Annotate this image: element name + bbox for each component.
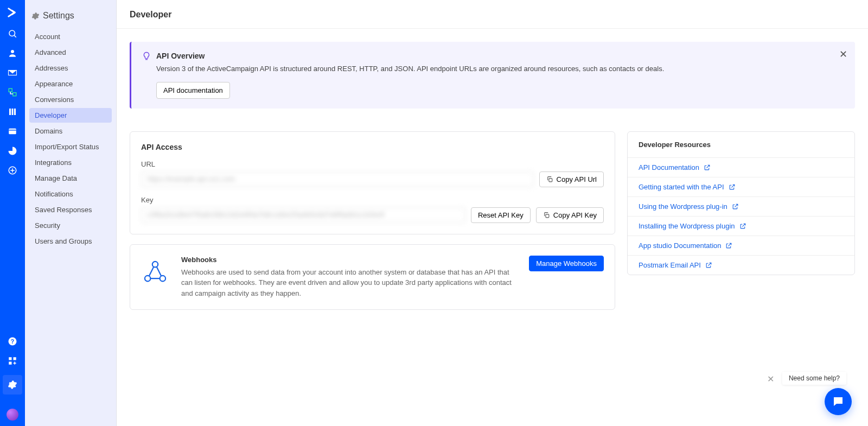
sidebar-item-manage-data[interactable]: Manage Data [29,171,112,186]
search-icon[interactable] [7,28,18,39]
webhooks-icon [141,258,169,286]
sidebar-item-integrations[interactable]: Integrations [29,155,112,170]
svg-rect-18 [548,178,552,181]
help-tooltip-text: Need some help? [789,374,840,382]
manage-webhooks-button[interactable]: Manage Webhooks [529,256,604,271]
reset-api-key-button[interactable]: Reset API Key [471,207,531,223]
settings-title: Settings [43,11,74,21]
webhooks-card: Webhooks Webhooks are used to send data … [130,244,615,310]
resource-link[interactable]: Using the Wordpress plug-in [628,197,854,217]
sidebar-item-addresses[interactable]: Addresses [29,61,112,75]
campaigns-icon[interactable] [7,67,18,78]
developer-resources-card: Developer Resources API Documentation Ge… [627,131,855,275]
user-avatar[interactable] [7,409,18,421]
settings-icon[interactable] [3,375,22,395]
sidebar-item-users-and-groups[interactable]: Users and Groups [29,234,112,249]
api-documentation-button[interactable]: API documentation [156,82,230,99]
webhooks-desc: Webhooks are used to send data from your… [181,267,517,299]
svg-rect-4 [9,88,12,92]
resource-link[interactable]: Installing the Wordpress plugin [628,217,854,236]
sidebar-item-developer[interactable]: Developer [29,108,112,123]
api-overview-banner: ✕ API Overview Version 3 of the ActiveCa… [130,42,855,109]
resource-link[interactable]: API Documentation [628,158,854,177]
sidebar-item-security[interactable]: Security [29,218,112,233]
automations-icon[interactable] [7,87,18,98]
resources-title: Developer Resources [628,132,854,158]
svg-rect-19 [546,214,549,217]
resource-link[interactable]: App studio Documentation [628,236,854,256]
banner-desc: Version 3 of the ActiveCampaign API is s… [156,63,831,74]
key-label: Key [141,196,604,204]
svg-point-2 [11,50,14,53]
svg-point-0 [9,30,15,36]
banner-title-text: API Overview [156,52,205,60]
svg-rect-8 [14,109,16,115]
page-title: Developer [117,0,868,29]
svg-point-22 [160,275,165,281]
reports-icon[interactable] [7,145,18,156]
copy-api-key-button[interactable]: Copy API Key [536,207,604,223]
svg-point-21 [145,275,150,281]
site-icon[interactable] [7,126,18,137]
resource-link[interactable]: Postmark Email API [628,256,854,275]
svg-rect-9 [9,129,16,135]
copy-api-url-button[interactable]: Copy API Url [539,171,604,187]
svg-text:?: ? [11,338,14,345]
settings-sidebar: Settings AccountAdvancedAddressesAppeara… [25,0,117,426]
sidebar-item-notifications[interactable]: Notifications [29,187,112,201]
close-icon[interactable]: ✕ [767,374,774,384]
sidebar-item-conversions[interactable]: Conversions [29,92,112,107]
copy-icon [543,212,550,219]
contacts-icon[interactable] [7,48,18,59]
extensions-icon[interactable] [7,355,18,366]
settings-nav: AccountAdvancedAddressesAppearanceConver… [25,29,116,249]
external-link-icon [732,203,739,210]
external-link-icon [725,242,732,249]
external-link-icon [705,262,712,269]
svg-rect-14 [9,357,11,360]
resource-link[interactable]: Getting started with the API [628,177,854,197]
sidebar-item-account[interactable]: Account [29,29,112,44]
svg-point-20 [152,261,158,266]
sidebar-item-domains[interactable]: Domains [29,124,112,138]
sidebar-item-advanced[interactable]: Advanced [29,45,112,60]
external-link-icon [729,183,736,190]
external-link-icon [704,164,711,171]
settings-header: Settings [25,8,116,29]
sidebar-item-appearance[interactable]: Appearance [29,77,112,91]
help-tooltip: ✕ Need some help? [782,372,846,385]
main: Developer ✕ API Overview Version 3 of th… [117,0,868,426]
svg-rect-16 [9,362,11,365]
svg-rect-5 [13,93,16,96]
deals-icon[interactable] [7,106,18,117]
close-icon[interactable]: ✕ [839,49,847,59]
api-url-field[interactable]: https://example.api-us1.com [141,171,534,187]
chat-fab[interactable] [825,388,852,415]
api-access-title: API Access [141,143,604,151]
sidebar-item-import-export-status[interactable]: Import/Export Status [29,139,112,154]
svg-line-1 [14,35,16,37]
url-label: URL [141,160,604,168]
copy-icon [546,176,553,183]
svg-rect-7 [12,109,14,115]
lightbulb-icon [142,52,151,60]
api-key-field[interactable]: c3f8a2b1d9e47f0a6c58b13d2e9f4a7b8c1d0e2f… [141,207,465,223]
api-access-card: API Access URL https://example.api-us1.c… [130,131,615,234]
help-icon[interactable]: ? [7,336,18,347]
external-link-icon [739,222,746,230]
sidebar-item-saved-responses[interactable]: Saved Responses [29,202,112,217]
webhooks-title: Webhooks [181,256,517,264]
svg-rect-15 [14,357,16,360]
app-logo[interactable] [7,7,18,18]
apps-icon[interactable] [7,165,18,176]
icon-rail: ? [0,0,25,426]
svg-rect-6 [9,109,11,115]
